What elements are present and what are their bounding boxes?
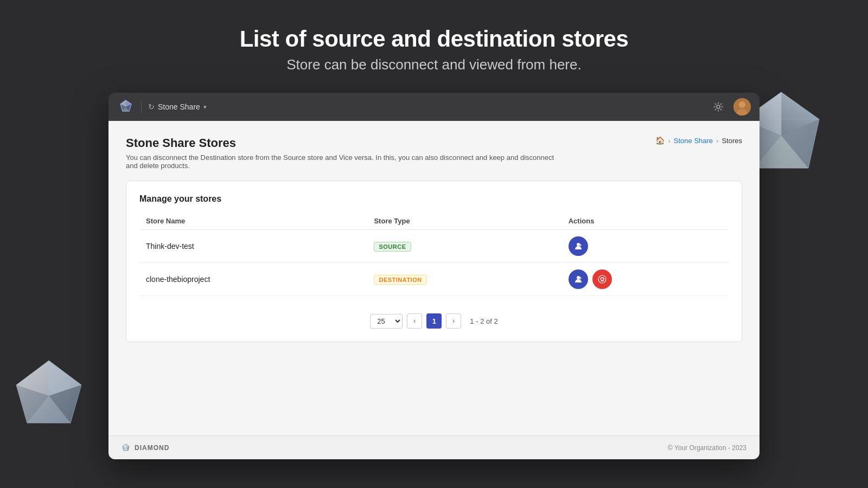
prev-page-button[interactable]: ‹ bbox=[407, 313, 422, 329]
svg-point-26 bbox=[598, 275, 606, 283]
store-actions-1 bbox=[562, 230, 729, 263]
badge-source-1: SOURCE bbox=[374, 242, 411, 252]
nav-dropdown-arrow: ▾ bbox=[203, 104, 207, 111]
nav-app-name[interactable]: ↻ Stone Share ▾ bbox=[148, 102, 207, 111]
nav-right bbox=[710, 98, 751, 115]
store-name-1: Think-dev-test bbox=[139, 230, 367, 263]
disconnect-store-btn-2[interactable] bbox=[592, 269, 612, 289]
svg-marker-5 bbox=[754, 136, 808, 168]
avatar-image bbox=[733, 98, 751, 115]
store-name-2: clone-thebioproject bbox=[139, 263, 367, 296]
pagination: 25 50 100 ‹ 1 › 1 - 2 of 2 bbox=[139, 309, 729, 329]
app-logo[interactable] bbox=[117, 98, 135, 115]
svg-point-24 bbox=[577, 243, 580, 246]
table-row: Think-dev-test SOURCE bbox=[139, 230, 729, 263]
svg-marker-11 bbox=[16, 385, 49, 423]
svg-marker-8 bbox=[16, 361, 81, 423]
badge-destination-2: DESTINATION bbox=[374, 275, 426, 285]
page-header: Stone Share Stores You can disconnect th… bbox=[126, 136, 742, 170]
refresh-icon: ↻ bbox=[148, 102, 155, 111]
page-title: Stone Share Stores bbox=[126, 136, 742, 150]
main-content: 🏠 › Stone Share › Stores Stone Share Sto… bbox=[108, 121, 760, 435]
pagination-info: 1 - 2 of 2 bbox=[470, 317, 497, 325]
content-card: Manage your stores Store Name Store Type… bbox=[126, 181, 742, 342]
nav-separator bbox=[141, 100, 142, 113]
footer-label: DIAMOND bbox=[135, 444, 169, 452]
card-section-title: Manage your stores bbox=[139, 194, 729, 204]
settings-button[interactable] bbox=[710, 98, 727, 115]
table-row: clone-thebioproject DESTINATION bbox=[139, 263, 729, 296]
col-store-type: Store Type bbox=[367, 213, 561, 230]
hero-subtitle: Store can be disconnect and viewed from … bbox=[0, 56, 868, 73]
app-footer: DIAMOND © Your Organization - 2023 bbox=[108, 435, 760, 459]
next-page-button[interactable]: › bbox=[446, 313, 461, 329]
svg-marker-13 bbox=[27, 396, 71, 423]
nav-bar: ↻ Stone Share ▾ bbox=[108, 93, 760, 121]
nav-app-name-label: Stone Share bbox=[158, 102, 200, 111]
col-store-name: Store Name bbox=[139, 213, 367, 230]
stores-table: Store Name Store Type Actions Think-dev-… bbox=[139, 213, 729, 296]
hero-section: List of source and destination stores St… bbox=[0, 0, 868, 93]
store-type-2: DESTINATION bbox=[367, 263, 561, 296]
diamond-bottom-left bbox=[11, 358, 87, 434]
svg-point-20 bbox=[717, 105, 720, 108]
user-avatar[interactable] bbox=[733, 98, 751, 115]
svg-marker-9 bbox=[49, 361, 81, 396]
footer-logo-icon bbox=[122, 444, 130, 452]
hero-title: List of source and destination stores bbox=[0, 26, 868, 52]
store-actions-2 bbox=[562, 263, 729, 296]
table-header-row: Store Name Store Type Actions bbox=[139, 213, 729, 230]
store-type-1: SOURCE bbox=[367, 230, 561, 263]
svg-point-22 bbox=[739, 101, 745, 108]
footer-logo-area: DIAMOND bbox=[122, 444, 169, 452]
page-size-select[interactable]: 25 50 100 bbox=[370, 314, 403, 329]
svg-marker-10 bbox=[16, 361, 49, 396]
manage-store-btn-2[interactable] bbox=[569, 269, 588, 289]
svg-marker-1 bbox=[781, 92, 819, 136]
manage-store-btn-1[interactable] bbox=[569, 236, 588, 256]
action-btns-2 bbox=[569, 269, 722, 289]
svg-marker-12 bbox=[49, 385, 81, 423]
svg-point-25 bbox=[577, 276, 580, 279]
col-actions: Actions bbox=[562, 213, 729, 230]
nav-left: ↻ Stone Share ▾ bbox=[117, 98, 207, 115]
app-window: ↻ Stone Share ▾ bbox=[108, 93, 760, 459]
footer-copyright: © Your Organization - 2023 bbox=[668, 444, 746, 452]
content-area-wrapper: 🏠 › Stone Share › Stores Stone Share Sto… bbox=[126, 136, 742, 342]
current-page-number[interactable]: 1 bbox=[426, 313, 442, 329]
page-description: You can disconnect the Destination store… bbox=[126, 153, 560, 170]
svg-marker-4 bbox=[781, 119, 819, 168]
action-btns-1 bbox=[569, 236, 722, 256]
